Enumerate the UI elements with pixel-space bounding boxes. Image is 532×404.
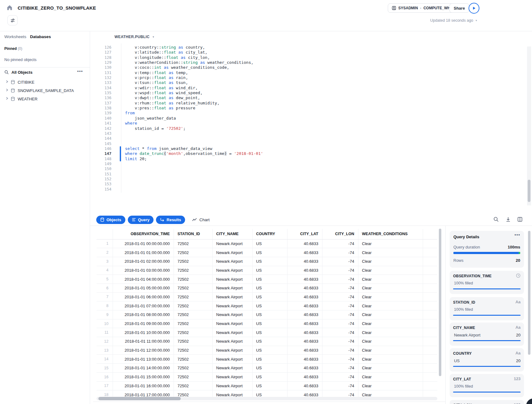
panel-scrollbar[interactable] (528, 231, 530, 398)
table-cell[interactable]: Clear (358, 283, 423, 292)
tab-worksheets[interactable]: Worksheets (4, 34, 26, 39)
code-line[interactable] (125, 177, 263, 182)
table-cell[interactable]: 72502 (174, 275, 212, 284)
table-cell[interactable]: 72502 (174, 292, 212, 301)
share-button[interactable]: Share (449, 3, 469, 13)
table-cell[interactable]: -74 (322, 292, 358, 301)
code-line[interactable]: select * from json_weather_data_view (125, 146, 263, 151)
table-cell[interactable]: Clear (358, 266, 423, 275)
code-line[interactable]: where (125, 121, 263, 126)
table-cell[interactable]: 72502 (174, 248, 212, 257)
table-cell[interactable]: -74 (322, 301, 358, 310)
column-stat-card[interactable]: CITY_LAT123100% filled (450, 374, 524, 397)
table-cell[interactable]: 2018-01-01 11:00:00.000 (113, 337, 174, 346)
chevron-right-icon[interactable] (6, 89, 8, 91)
grid-hscrollbar-thumb[interactable] (98, 397, 181, 400)
table-cell[interactable]: US (252, 301, 287, 310)
code-line[interactable]: station_id = '72502'; (125, 126, 263, 131)
code-line[interactable] (125, 172, 263, 177)
code-line[interactable]: json_weather_data (125, 116, 263, 121)
grid-vertical-scrollbar[interactable] (439, 227, 442, 400)
sql-editor[interactable]: v:country::string as country, v:latitude… (125, 45, 263, 192)
code-line[interactable] (125, 187, 263, 192)
table-cell[interactable]: 40.6833 (287, 346, 322, 355)
table-cell[interactable]: Clear (358, 292, 423, 301)
column-header[interactable]: CITY_NAME (212, 229, 252, 239)
table-cell[interactable]: 2018-01-01 04:00:00.000 (113, 275, 174, 284)
table-cell[interactable]: US (252, 381, 287, 390)
table-cell[interactable]: 2018-01-01 13:00:00.000 (113, 355, 174, 364)
table-row[interactable]: 42018-01-01 03:00:00.00072502Newark Airp… (97, 266, 437, 275)
results-button[interactable]: Results (156, 216, 185, 224)
worksheet-config-button[interactable] (7, 15, 18, 25)
table-cell[interactable]: Clear (358, 248, 423, 257)
code-line[interactable]: v:coco::int as weather_conditions_code, (125, 65, 263, 70)
table-cell[interactable]: 2018-01-01 08:00:00.000 (113, 310, 174, 319)
table-cell[interactable]: -74 (322, 328, 358, 337)
panel-scrollbar-thumb[interactable] (528, 231, 530, 355)
table-cell[interactable]: 72502 (174, 266, 212, 275)
table-cell[interactable]: 2018-01-01 01:00:00.000 (113, 248, 174, 257)
table-cell[interactable]: 2018-01-01 16:00:00.000 (113, 381, 174, 390)
table-cell[interactable]: Newark Airport (212, 372, 252, 381)
table-cell[interactable]: 2018-01-01 14:00:00.000 (113, 364, 174, 373)
table-row[interactable]: 32018-01-01 02:00:00.00072502Newark Airp… (97, 257, 437, 266)
table-cell[interactable]: -74 (322, 337, 358, 346)
column-header[interactable]: WEATHER_CONDITIONS (358, 229, 423, 239)
editor-scrollbar-thumb[interactable] (528, 180, 530, 202)
sidebar-database-item[interactable]: CITIBIKE (0, 78, 90, 86)
table-row[interactable]: 62018-01-01 05:00:00.00072502Newark Airp… (97, 283, 437, 292)
column-stat-card[interactable]: COUNTRYAaUS20 (450, 348, 524, 371)
table-cell[interactable]: Newark Airport (212, 346, 252, 355)
table-cell[interactable]: Newark Airport (212, 337, 252, 346)
table-row[interactable]: 82018-01-01 07:00:00.00072502Newark Airp… (97, 301, 437, 310)
chevron-right-icon[interactable] (6, 97, 8, 100)
table-row[interactable]: 142018-01-01 13:00:00.00072502Newark Air… (97, 355, 437, 364)
code-line[interactable]: v:weatherCondition::string as weather_co… (125, 60, 263, 65)
table-cell[interactable]: 72502 (174, 319, 212, 328)
table-cell[interactable]: US (252, 337, 287, 346)
table-cell[interactable]: Newark Airport (212, 292, 252, 301)
table-cell[interactable]: Clear (358, 364, 423, 373)
code-line[interactable] (125, 161, 263, 166)
column-header[interactable]: STATION_ID (174, 229, 212, 239)
table-row[interactable]: 92018-01-01 08:00:00.00072502Newark Airp… (97, 310, 437, 319)
home-icon[interactable] (6, 4, 13, 11)
tab-databases[interactable]: Databases (30, 34, 51, 39)
table-cell[interactable]: Clear (358, 301, 423, 310)
sidebar-database-item[interactable]: SNOWFLAKE_SAMPLE_DATA (0, 86, 90, 95)
table-cell[interactable]: 2018-01-01 05:00:00.000 (113, 283, 174, 292)
table-cell[interactable]: Newark Airport (212, 266, 252, 275)
all-objects-more-icon[interactable]: ••• (77, 68, 83, 74)
table-cell[interactable]: -74 (322, 310, 358, 319)
table-row[interactable]: 22018-01-01 01:00:00.00072502Newark Airp… (97, 248, 437, 257)
table-cell[interactable]: 2018-01-01 12:00:00.000 (113, 346, 174, 355)
table-cell[interactable]: Newark Airport (212, 364, 252, 373)
table-cell[interactable]: 72502 (174, 337, 212, 346)
table-cell[interactable]: US (252, 355, 287, 364)
table-row[interactable]: 12018-01-01 00:00:00.00072502Newark Airp… (97, 239, 437, 248)
table-cell[interactable]: 72502 (174, 301, 212, 310)
table-row[interactable]: 132018-01-01 12:00:00.00072502Newark Air… (97, 346, 437, 355)
table-cell[interactable]: 72502 (174, 239, 212, 248)
table-cell[interactable]: Clear (358, 257, 423, 266)
table-cell[interactable]: 40.6833 (287, 283, 322, 292)
table-row[interactable]: 162018-01-01 15:00:00.00072502Newark Air… (97, 372, 437, 381)
table-cell[interactable]: Newark Airport (212, 275, 252, 284)
table-cell[interactable]: 2018-01-01 02:00:00.000 (113, 257, 174, 266)
table-cell[interactable]: 40.6833 (287, 239, 322, 248)
code-line[interactable]: v:temp::float as temp, (125, 70, 263, 75)
table-cell[interactable]: 2018-01-01 03:00:00.000 (113, 266, 174, 275)
table-cell[interactable]: 2018-01-01 00:00:00.000 (113, 239, 174, 248)
table-cell[interactable]: Clear (358, 310, 423, 319)
table-cell[interactable]: -74 (322, 283, 358, 292)
code-line[interactable] (125, 141, 263, 146)
code-line[interactable]: v:wdir::float as wind_dir, (125, 86, 263, 90)
table-cell[interactable]: US (252, 239, 287, 248)
code-line[interactable]: v:wspd::float as wind_speed, (125, 90, 263, 95)
code-line[interactable]: v:rhum::float as relative_humidity, (125, 101, 263, 106)
table-cell[interactable]: Newark Airport (212, 239, 252, 248)
sidebar-database-item[interactable]: WEATHER (0, 95, 90, 103)
chart-tab[interactable]: Chart (192, 217, 210, 222)
table-cell[interactable]: 2018-01-01 09:00:00.000 (113, 319, 174, 328)
